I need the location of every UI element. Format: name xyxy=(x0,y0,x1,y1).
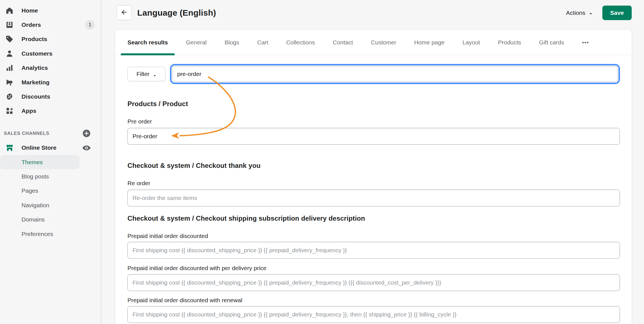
tab-bar: Search results General Blogs Cart Collec… xyxy=(115,30,632,55)
field-label-re-order: Re order xyxy=(127,180,620,187)
add-sales-channel-button[interactable] xyxy=(82,129,91,138)
tab-home-page[interactable]: Home page xyxy=(408,30,451,55)
prepaid-discounted-input[interactable] xyxy=(127,242,620,259)
home-icon xyxy=(6,7,13,15)
tab-gift-cards[interactable]: Gift cards xyxy=(532,30,571,55)
translations-search-input[interactable] xyxy=(172,66,618,82)
storefront-icon xyxy=(6,144,14,152)
field-label-prepaid-discounted-per-delivery: Prepaid initial order discounted with pe… xyxy=(127,265,620,272)
app-window: Home Orders 1 Products Customers xyxy=(0,0,644,324)
back-button[interactable] xyxy=(117,5,132,20)
chevron-down-icon xyxy=(153,72,157,76)
sidebar-item-online-store[interactable]: Online Store xyxy=(0,141,101,155)
section-heading-products-product: Products / Product xyxy=(127,100,620,108)
sidebar-item-analytics[interactable]: Analytics xyxy=(0,61,101,75)
sidebar-item-pages[interactable]: Pages xyxy=(0,184,79,198)
page-header: Language (English) Actions Save xyxy=(101,0,644,30)
re-order-input[interactable] xyxy=(127,190,620,206)
prepaid-discounted-per-delivery-input[interactable] xyxy=(127,274,620,291)
actions-button[interactable]: Actions xyxy=(564,7,595,19)
search-toolbar: Filter xyxy=(127,65,620,83)
main-area: Language (English) Actions Save Search r… xyxy=(101,0,644,324)
field-label-prepaid-discounted-renewal: Prepaid initial order discounted with re… xyxy=(127,297,620,304)
section-heading-checkout-shipping-subscription: Checkout & system / Checkout shipping su… xyxy=(127,214,620,223)
back-arrow-icon xyxy=(120,9,128,17)
page-title: Language (English) xyxy=(137,8,216,18)
sidebar-item-home[interactable]: Home xyxy=(0,3,101,18)
sales-channels-title: SALES CHANNELS xyxy=(4,131,49,136)
tab-collections[interactable]: Collections xyxy=(280,30,322,55)
sidebar-item-apps[interactable]: Apps xyxy=(0,104,101,118)
sidebar-item-themes[interactable]: Themes xyxy=(0,155,79,169)
tab-search-results[interactable]: Search results xyxy=(121,30,175,55)
tag-icon xyxy=(6,35,13,43)
field-label-pre-order: Pre order xyxy=(127,118,620,125)
more-tabs-ellipsis-icon[interactable]: ••• xyxy=(575,30,596,55)
eye-icon[interactable] xyxy=(82,144,91,152)
tab-products[interactable]: Products xyxy=(491,30,528,55)
pre-order-input[interactable] xyxy=(127,128,620,145)
sidebar-item-blog-posts[interactable]: Blog posts xyxy=(0,169,79,184)
tab-content: Filter Products / Product Pre order Chec… xyxy=(115,55,632,324)
tab-layout[interactable]: Layout xyxy=(456,30,487,55)
sidebar-item-navigation[interactable]: Navigation xyxy=(0,198,79,212)
chevron-down-icon xyxy=(589,11,593,15)
megaphone-icon xyxy=(6,78,13,86)
prepaid-discounted-renewal-input[interactable] xyxy=(127,306,620,323)
tab-customer[interactable]: Customer xyxy=(364,30,403,55)
save-button[interactable]: Save xyxy=(602,6,632,20)
tab-cart[interactable]: Cart xyxy=(250,30,275,55)
content-card: Search results General Blogs Cart Collec… xyxy=(115,30,632,324)
sidebar-item-marketing[interactable]: Marketing xyxy=(0,75,101,89)
sales-channels-header: SALES CHANNELS xyxy=(0,126,101,140)
tab-general[interactable]: General xyxy=(179,30,214,55)
section-heading-checkout-thank-you: Checkout & system / Checkout thank you xyxy=(127,161,620,170)
sidebar-item-orders[interactable]: Orders 1 xyxy=(0,18,101,32)
sidebar-item-domains[interactable]: Domains xyxy=(0,212,79,227)
discount-badge-icon xyxy=(6,93,13,101)
tab-blogs[interactable]: Blogs xyxy=(218,30,246,55)
sidebar-item-products[interactable]: Products xyxy=(0,32,101,46)
field-label-prepaid-discounted: Prepaid initial order discounted xyxy=(127,232,620,240)
sidebar-item-discounts[interactable]: Discounts xyxy=(0,89,101,104)
apps-grid-icon xyxy=(6,107,13,115)
sidebar: Home Orders 1 Products Customers xyxy=(0,0,101,324)
tab-contact[interactable]: Contact xyxy=(326,30,359,55)
orders-icon xyxy=(6,21,13,29)
person-icon xyxy=(6,50,13,58)
sidebar-item-preferences[interactable]: Preferences xyxy=(0,227,79,241)
filter-button[interactable]: Filter xyxy=(127,67,165,81)
orders-count-badge: 1 xyxy=(85,20,95,30)
sidebar-item-customers[interactable]: Customers xyxy=(0,46,101,61)
bar-chart-icon xyxy=(6,64,13,72)
